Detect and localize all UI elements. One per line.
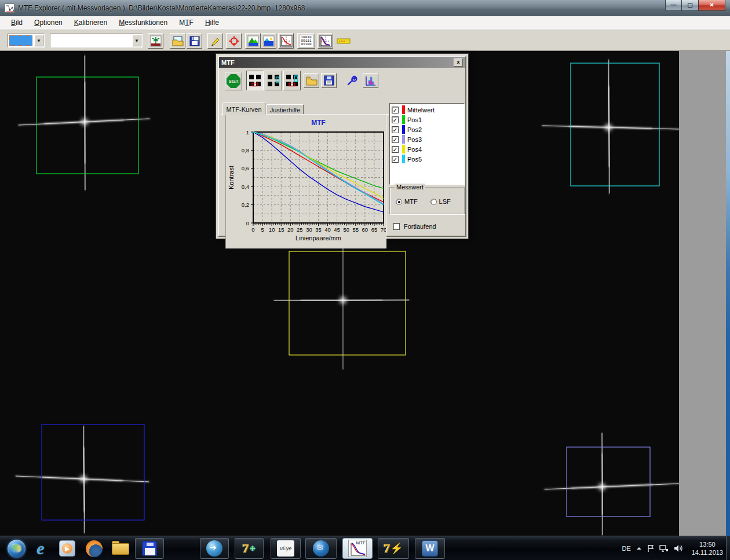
taskbar-media-player[interactable]: ▶ bbox=[54, 538, 80, 559]
target-button[interactable] bbox=[226, 33, 242, 49]
legend-row-pos2[interactable]: ✓Pos2 bbox=[390, 125, 464, 134]
svg-text:45: 45 bbox=[334, 226, 340, 233]
radio-circle[interactable] bbox=[396, 199, 402, 205]
legend-row-pos1[interactable]: ✓Pos1 bbox=[390, 115, 464, 125]
save-diskette-icon bbox=[323, 75, 335, 86]
svg-text:70: 70 bbox=[381, 226, 386, 233]
taskbar-mtf-explorer-active[interactable]: MTF bbox=[342, 538, 373, 559]
image-blue-button[interactable] bbox=[261, 33, 276, 49]
chevron-down-icon[interactable]: ▼ bbox=[34, 35, 43, 46]
checkbox[interactable]: ✓ bbox=[392, 126, 399, 133]
menu-item-hilfe[interactable]: Hilfe bbox=[200, 17, 224, 28]
legend-row-pos4[interactable]: ✓Pos4 bbox=[390, 144, 464, 154]
wrench-icon bbox=[346, 74, 359, 87]
dialog-close-button[interactable]: x bbox=[454, 58, 463, 67]
volume-icon[interactable] bbox=[674, 544, 683, 552]
checkbox[interactable]: ✓ bbox=[392, 116, 399, 123]
menu-item-mtf[interactable]: MTF bbox=[174, 17, 199, 28]
action-center-flag-icon[interactable] bbox=[647, 544, 654, 552]
taskbar-disk-app[interactable] bbox=[135, 538, 164, 559]
tab-mtf-kurven[interactable]: MTF-Kurven bbox=[222, 103, 265, 115]
taskbar-sphere-app[interactable] bbox=[200, 538, 229, 559]
taskbar-word-app[interactable]: W bbox=[415, 538, 445, 559]
svg-text:10: 10 bbox=[269, 226, 275, 233]
save-image-button[interactable] bbox=[187, 33, 202, 49]
network-icon[interactable] bbox=[659, 544, 669, 552]
menu-item-bild[interactable]: Bild bbox=[6, 17, 28, 28]
tray-expand-arrow-icon[interactable] bbox=[636, 546, 642, 551]
start-button[interactable]: Start bbox=[225, 72, 242, 90]
palm-image-icon bbox=[150, 35, 162, 47]
radio-mtf[interactable]: MTF bbox=[396, 198, 418, 205]
taskbar-ueye-app[interactable]: uEye bbox=[271, 538, 301, 559]
legend-row-pos5[interactable]: ✓Pos5 bbox=[390, 154, 464, 164]
curve-legend-list[interactable]: ✓Mittelwert✓Pos1✓Pos2✓Pos3✓Pos4✓Pos5 bbox=[389, 103, 465, 185]
app-icon bbox=[5, 3, 14, 13]
measure-button[interactable] bbox=[335, 33, 351, 49]
pattern-horizontal-button[interactable] bbox=[246, 71, 264, 90]
checkbox[interactable]: ✓ bbox=[392, 136, 399, 143]
start-menu-button[interactable] bbox=[3, 538, 29, 559]
taskbar-internet-explorer[interactable]: e bbox=[28, 538, 53, 559]
dialog-titlebar[interactable]: MTF x bbox=[219, 57, 465, 68]
minimize-button[interactable]: — bbox=[665, 0, 682, 11]
checkbox-square[interactable] bbox=[393, 223, 400, 230]
taskbar-thunderbird-app[interactable] bbox=[305, 538, 337, 559]
chevron-down-icon[interactable]: ▼ bbox=[132, 35, 141, 46]
taskbar-firefox[interactable] bbox=[81, 538, 107, 559]
legend-label: Pos3 bbox=[407, 136, 422, 143]
dialog-open-button[interactable] bbox=[304, 73, 319, 88]
legend-label: Pos5 bbox=[407, 156, 422, 163]
svg-text:0,8: 0,8 bbox=[242, 147, 249, 153]
taskbar-seven-zip-app[interactable]: 7⚡ bbox=[378, 538, 409, 559]
taskbar-explorer[interactable] bbox=[108, 538, 133, 559]
checkbox[interactable]: ✓ bbox=[392, 146, 399, 153]
language-indicator[interactable]: DE bbox=[622, 545, 630, 552]
curve-color-bar bbox=[402, 125, 405, 134]
radio-lsf[interactable]: LSF bbox=[430, 198, 451, 205]
pattern-both-button[interactable] bbox=[283, 71, 301, 90]
landscape-blue-icon bbox=[263, 35, 275, 47]
image-green-button[interactable] bbox=[245, 33, 261, 49]
lsf-curve-button[interactable] bbox=[317, 33, 333, 49]
menu-item-kalibrieren[interactable]: Kalibrieren bbox=[69, 17, 112, 28]
dialog-save-button[interactable] bbox=[321, 73, 337, 88]
maximize-button[interactable]: ▢ bbox=[682, 0, 698, 11]
lsf-chart-icon bbox=[319, 35, 332, 47]
svg-text:50: 50 bbox=[343, 226, 349, 233]
draw-button[interactable] bbox=[207, 33, 223, 49]
show-desktop-button[interactable] bbox=[726, 536, 730, 560]
legend-row-mittelwert[interactable]: ✓Mittelwert bbox=[390, 105, 464, 115]
mtf-chart: MTF051015202530354045505560657000,20,40,… bbox=[226, 115, 386, 248]
histogram-button[interactable] bbox=[363, 73, 378, 88]
close-button[interactable]: ✕ bbox=[698, 0, 725, 11]
legend-label: Pos4 bbox=[407, 146, 422, 153]
radio-circle[interactable] bbox=[430, 199, 437, 205]
start-octagon-icon: Start bbox=[227, 74, 240, 88]
windows-orb-icon bbox=[8, 540, 25, 558]
settings-button[interactable] bbox=[344, 73, 360, 88]
checkbox[interactable]: ✓ bbox=[392, 156, 399, 163]
save-diskette-icon bbox=[189, 35, 200, 47]
ueye-icon: uEye bbox=[277, 540, 294, 557]
messwert-groupbox: Messwert MTF LSF bbox=[389, 187, 465, 214]
image-view-button[interactable] bbox=[148, 33, 163, 49]
svg-text:1: 1 bbox=[246, 129, 249, 136]
menu-item-messfunktionen[interactable]: Messfunktionen bbox=[114, 17, 173, 28]
fortlaufend-checkbox[interactable]: Fortlaufend bbox=[393, 223, 436, 230]
checkbox[interactable]: ✓ bbox=[392, 107, 399, 114]
pattern-vertical-button[interactable] bbox=[265, 71, 282, 90]
legend-row-pos3[interactable]: ✓Pos3 bbox=[390, 134, 464, 144]
clock[interactable]: 13:50 14.11.2013 bbox=[688, 540, 723, 557]
mtf-curve-button[interactable] bbox=[278, 33, 294, 49]
taskbar-seven-globe-app[interactable]: 7 bbox=[235, 538, 264, 559]
open-image-button[interactable] bbox=[170, 33, 185, 49]
word-icon: W bbox=[422, 540, 438, 557]
menu-item-optionen[interactable]: Optionen bbox=[29, 17, 68, 28]
color-dropdown[interactable]: ▼ bbox=[8, 34, 45, 47]
svg-text:5: 5 bbox=[261, 226, 264, 233]
template-combobox[interactable]: ▼ bbox=[50, 34, 143, 47]
main-toolbar: ▼ ▼ 10010 00111 01100 bbox=[0, 30, 730, 51]
binary-data-button[interactable]: 10010 00111 01100 bbox=[297, 33, 315, 49]
curve-color-bar bbox=[402, 145, 405, 153]
